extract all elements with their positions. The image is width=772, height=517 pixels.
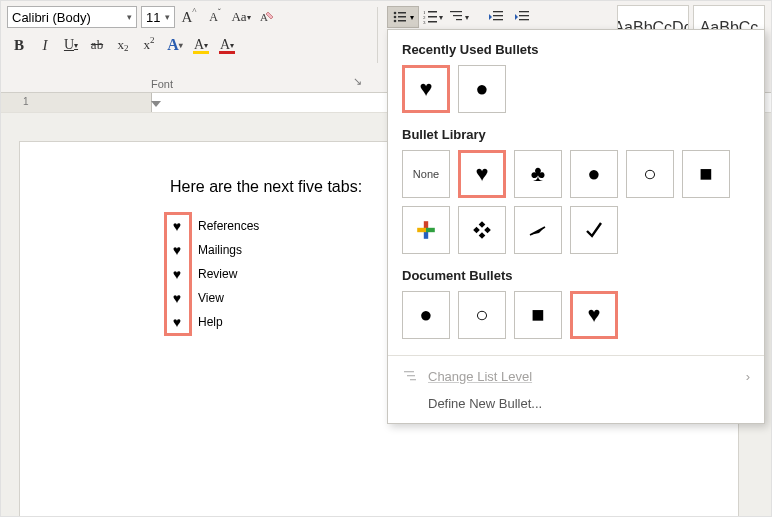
bullet-swatch-arrow[interactable]: [514, 206, 562, 254]
bullet-swatch-club[interactable]: ♣: [514, 150, 562, 198]
svg-rect-8: [428, 11, 437, 13]
strikethrough-button[interactable]: ab: [85, 33, 109, 57]
font-size-value: 11: [146, 10, 160, 25]
bullet-swatch-disc[interactable]: ●: [458, 65, 506, 113]
font-size-combo[interactable]: 11 ▾: [141, 6, 175, 28]
svg-text:3: 3: [423, 20, 426, 25]
change-list-level-item: Change List Level ›: [388, 362, 764, 390]
svg-rect-10: [428, 16, 437, 18]
clear-formatting-button[interactable]: A: [255, 5, 279, 29]
section-recent: Recently Used Bullets: [388, 40, 764, 65]
heart-icon: ♥: [170, 314, 184, 330]
text-effects-button[interactable]: A▾: [163, 33, 187, 57]
svg-point-5: [394, 20, 397, 23]
bullet-swatch-disc[interactable]: ●: [570, 150, 618, 198]
heart-icon: ♥: [170, 218, 184, 234]
svg-rect-21: [519, 19, 529, 20]
bullet-swatch-square[interactable]: ■: [682, 150, 730, 198]
change-case-button[interactable]: Aa▾: [229, 5, 253, 29]
svg-rect-14: [453, 15, 462, 16]
superscript-button[interactable]: x2: [137, 33, 161, 57]
bullet-swatch-square[interactable]: ■: [514, 291, 562, 339]
svg-rect-24: [417, 228, 426, 232]
section-document: Document Bullets: [388, 266, 764, 291]
indent-marker-icon[interactable]: [151, 101, 161, 107]
font-dialog-launcher[interactable]: ↘: [353, 75, 362, 88]
bullet-swatch-heart[interactable]: ♥: [402, 65, 450, 113]
bullet-swatch-circle[interactable]: ○: [458, 291, 506, 339]
bullet-swatch-heart[interactable]: ♥: [570, 291, 618, 339]
font-name-value: Calibri (Body): [12, 10, 91, 25]
bullet-swatch-disc[interactable]: ●: [402, 291, 450, 339]
define-new-bullet-item[interactable]: Define New Bullet...: [388, 390, 764, 417]
grow-font-button[interactable]: A^: [177, 5, 201, 29]
chevron-down-icon: ▾: [127, 12, 132, 22]
svg-rect-13: [450, 11, 462, 12]
bullet-swatch-4color[interactable]: [402, 206, 450, 254]
chevron-down-icon: ▾: [165, 12, 170, 22]
svg-rect-20: [519, 15, 529, 16]
heart-icon: ♥: [170, 242, 184, 258]
svg-rect-27: [407, 375, 415, 376]
svg-rect-26: [404, 371, 414, 372]
multilevel-list-button[interactable]: ▾: [447, 5, 471, 29]
shrink-font-button[interactable]: Aˇ: [203, 5, 227, 29]
svg-rect-4: [398, 16, 406, 18]
heart-icon: ♥: [170, 266, 184, 282]
bullet-swatch-none[interactable]: None: [402, 150, 450, 198]
bold-button[interactable]: B: [7, 33, 31, 57]
heart-icon: ♥: [170, 290, 184, 306]
bullet-swatch-check[interactable]: [570, 206, 618, 254]
bullet-swatch-heart[interactable]: ♥: [458, 150, 506, 198]
increase-indent-button[interactable]: [511, 5, 535, 29]
decrease-indent-button[interactable]: [485, 5, 509, 29]
svg-rect-25: [426, 228, 435, 232]
bullets-dropdown: Recently Used Bullets ♥ ● Bullet Library…: [387, 29, 765, 424]
indent-icon: [402, 368, 418, 384]
svg-rect-6: [398, 20, 406, 22]
svg-rect-16: [493, 11, 503, 12]
svg-point-3: [394, 16, 397, 19]
svg-rect-19: [519, 11, 529, 12]
underline-button[interactable]: U▾: [59, 33, 83, 57]
svg-rect-12: [428, 21, 437, 23]
section-library: Bullet Library: [388, 125, 764, 150]
numbering-button[interactable]: 123▾: [421, 5, 445, 29]
group-label-font: Font: [151, 78, 173, 90]
svg-rect-18: [493, 19, 503, 20]
font-color-button[interactable]: A ▾: [215, 33, 239, 57]
svg-rect-17: [493, 15, 503, 16]
svg-rect-2: [398, 12, 406, 14]
bullet-swatch-4diamonds[interactable]: [458, 206, 506, 254]
svg-point-1: [394, 12, 397, 15]
svg-rect-28: [410, 379, 416, 380]
chevron-right-icon: ›: [746, 369, 750, 384]
bullets-split-button[interactable]: ▾: [387, 6, 419, 28]
highlight-button[interactable]: A ▾: [189, 33, 213, 57]
subscript-button[interactable]: x2: [111, 33, 135, 57]
bullet-swatch-circle[interactable]: ○: [626, 150, 674, 198]
svg-rect-15: [456, 19, 462, 20]
italic-button[interactable]: I: [33, 33, 57, 57]
font-name-combo[interactable]: Calibri (Body) ▾: [7, 6, 137, 28]
chevron-down-icon: ▾: [410, 13, 414, 22]
